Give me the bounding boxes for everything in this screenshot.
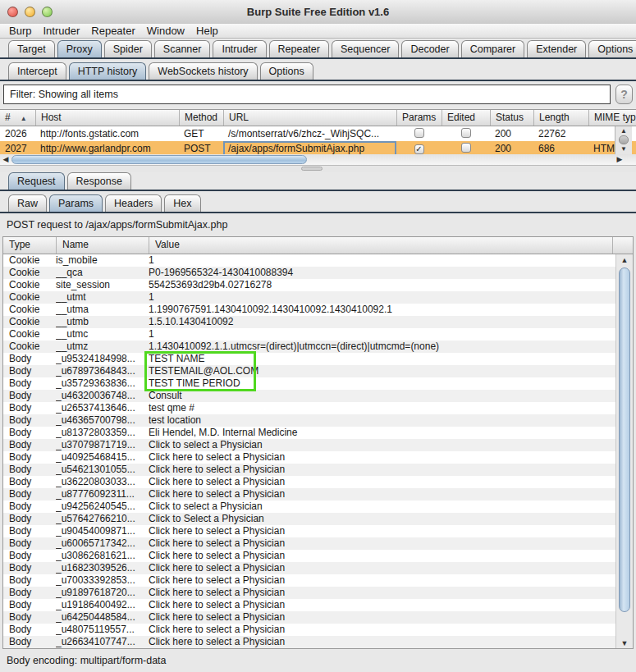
tab-http-history[interactable]: HTTP history bbox=[69, 62, 147, 80]
param-row[interactable]: Body_u91897618720...Click here to select… bbox=[3, 587, 633, 599]
param-row[interactable]: Body_u54621301055...Click here to select… bbox=[3, 464, 633, 476]
param-row[interactable]: Body_u48075119557...Click here to select… bbox=[3, 624, 633, 636]
minimize-button[interactable] bbox=[25, 7, 35, 17]
tab-websockets-history[interactable]: WebSockets history bbox=[149, 62, 257, 80]
filter-bar[interactable]: Filter: Showing all items bbox=[3, 85, 611, 104]
param-row[interactable]: Cookie__utmb1.5.10.1430410092 bbox=[3, 316, 633, 328]
tab-params[interactable]: Params bbox=[49, 194, 103, 212]
tab-extender[interactable]: Extender bbox=[527, 40, 586, 57]
scroll-up-icon[interactable]: ▲ bbox=[616, 256, 633, 264]
tab-spider[interactable]: Spider bbox=[104, 40, 152, 57]
param-row[interactable]: Body_u19186400492...Click here to select… bbox=[3, 599, 633, 611]
help-button[interactable]: ? bbox=[615, 85, 633, 104]
cell-value: 1.1990767591.1430410092.1430410092.14304… bbox=[149, 304, 633, 316]
scroll-down-icon[interactable]: ▼ bbox=[620, 144, 627, 153]
edited-checkbox[interactable] bbox=[461, 143, 471, 153]
param-row[interactable]: Body_u37079871719...Click to select a Ph… bbox=[3, 439, 633, 451]
scroll-right-icon[interactable]: ▶ bbox=[614, 154, 625, 165]
param-row[interactable]: Body_u40925468415...Click here to select… bbox=[3, 451, 633, 464]
cell-value: Click here to select a Physician bbox=[149, 574, 633, 587]
tab-options[interactable]: Options bbox=[588, 40, 636, 57]
column-header-params[interactable]: Params bbox=[396, 110, 442, 126]
tab-response[interactable]: Response bbox=[67, 172, 131, 190]
param-row[interactable]: Body_u67897364843...TESTEMAIL@AOL.COM bbox=[3, 365, 633, 377]
param-row[interactable]: Body_u30862681621...Click here to select… bbox=[3, 550, 633, 562]
history-row-2026[interactable]: 2026http://fonts.gstatic.comGET/s/montse… bbox=[0, 126, 636, 141]
param-row[interactable]: Body_u94256240545...Click to select a Ph… bbox=[3, 501, 633, 513]
param-row[interactable]: Body_u87776092311...Click here to select… bbox=[3, 488, 633, 501]
params-scroll-thumb[interactable] bbox=[619, 267, 630, 612]
history-horizontal-scrollbar[interactable]: ◀ ▶ bbox=[0, 154, 636, 166]
tab-scanner[interactable]: Scanner bbox=[154, 40, 211, 57]
tab-hex[interactable]: Hex bbox=[164, 194, 200, 212]
cell-params-checkbox bbox=[396, 126, 442, 141]
column-header-length[interactable]: Length bbox=[533, 110, 588, 126]
tab-proxy[interactable]: Proxy bbox=[57, 40, 102, 57]
param-row[interactable]: Body_u35729363836...TEST TIME PERIOD bbox=[3, 377, 633, 390]
history-vertical-scrollbar[interactable]: ▲ ▼ bbox=[615, 126, 632, 155]
splitter-grip-icon[interactable] bbox=[301, 167, 323, 171]
column-header-method[interactable]: Method bbox=[179, 110, 223, 126]
cell-name: _u36220803033... bbox=[56, 476, 149, 488]
param-row[interactable]: Body_u81372803359...Eli Hendel, M.D. Int… bbox=[3, 427, 633, 439]
param-row[interactable]: Body_u26537413646...test qme # bbox=[3, 402, 633, 414]
column-header-host[interactable]: Host bbox=[35, 110, 179, 126]
close-button[interactable] bbox=[7, 7, 18, 17]
param-row[interactable]: Body_u46320036748...Consult bbox=[3, 390, 633, 402]
zoom-button[interactable] bbox=[42, 7, 53, 17]
param-row[interactable]: Body_u64250448584...Click here to select… bbox=[3, 611, 633, 624]
param-row[interactable]: Body_u16823039526...Click here to select… bbox=[3, 562, 633, 574]
tab-intruder[interactable]: Intruder bbox=[213, 40, 266, 57]
scroll-down-icon[interactable]: ▼ bbox=[616, 639, 633, 647]
tab-raw[interactable]: Raw bbox=[8, 194, 47, 212]
column-header-name[interactable]: Name bbox=[56, 237, 149, 254]
history-scroll-thumb[interactable] bbox=[619, 135, 629, 144]
params-vertical-scrollbar[interactable]: ▲ ▼ bbox=[615, 254, 633, 648]
pane-splitter[interactable] bbox=[0, 166, 636, 172]
menu-burp[interactable]: Burp bbox=[3, 25, 37, 37]
param-row[interactable]: Cookie__utma1.1990767591.1430410092.1430… bbox=[3, 304, 633, 316]
param-row[interactable]: Cookie__utmz1.1430410092.1.1.utmcsr=(dir… bbox=[3, 341, 633, 353]
param-row[interactable]: Cookie__qcaP0-1969565324-1430410088394 bbox=[3, 267, 633, 279]
tab-request[interactable]: Request bbox=[8, 172, 65, 190]
scroll-left-icon[interactable]: ◀ bbox=[0, 154, 11, 165]
param-row[interactable]: Body_u46365700798...test location bbox=[3, 414, 633, 427]
menu-repeater[interactable]: Repeater bbox=[85, 25, 140, 37]
column-header-[interactable]: #▲ bbox=[0, 110, 35, 126]
menu-window[interactable]: Window bbox=[141, 25, 190, 37]
tab-options[interactable]: Options bbox=[260, 62, 313, 80]
params-checkbox[interactable]: ✓ bbox=[414, 144, 424, 154]
tab-decoder[interactable]: Decoder bbox=[401, 40, 458, 57]
param-row[interactable]: Cookieis_mobile1 bbox=[3, 254, 633, 267]
horizontal-scroll-thumb[interactable] bbox=[11, 155, 307, 164]
param-row[interactable]: Cookie__utmt1 bbox=[3, 291, 633, 304]
menu-help[interactable]: Help bbox=[190, 25, 224, 37]
menu-intruder[interactable]: Intruder bbox=[37, 25, 85, 37]
cell-type: Body bbox=[3, 587, 56, 599]
tab-repeater[interactable]: Repeater bbox=[269, 40, 329, 57]
tab-sequencer[interactable]: Sequencer bbox=[332, 40, 399, 57]
column-header-status[interactable]: Status bbox=[490, 110, 533, 126]
edited-checkbox[interactable] bbox=[461, 128, 471, 138]
param-row[interactable]: Body_u26634107747...Click here to select… bbox=[3, 636, 633, 648]
tab-target[interactable]: Target bbox=[8, 40, 55, 57]
cell-edited-checkbox bbox=[442, 126, 490, 141]
params-checkbox[interactable] bbox=[414, 128, 424, 138]
param-row[interactable]: Body_u60065717342...Click here to select… bbox=[3, 537, 633, 550]
param-row[interactable]: Body_u95324184998...TEST NAME bbox=[3, 353, 633, 365]
column-header-url[interactable]: URL bbox=[223, 110, 396, 126]
tab-intercept[interactable]: Intercept bbox=[8, 62, 66, 80]
param-row[interactable]: Body_u90454009871...Click here to select… bbox=[3, 525, 633, 537]
scroll-up-icon[interactable]: ▲ bbox=[620, 126, 627, 135]
column-header-value[interactable]: Value bbox=[149, 237, 612, 254]
param-row[interactable]: Body_u70033392853...Click here to select… bbox=[3, 574, 633, 587]
param-row[interactable]: Body_u57642766210...Click to Select a Ph… bbox=[3, 513, 633, 525]
param-row[interactable]: Cookie__utmc1 bbox=[3, 328, 633, 341]
tab-comparer[interactable]: Comparer bbox=[461, 40, 525, 57]
column-header-mime-typ[interactable]: MIME typ bbox=[588, 110, 636, 126]
param-row[interactable]: Body_u36220803033...Click here to select… bbox=[3, 476, 633, 488]
column-header-edited[interactable]: Edited bbox=[442, 110, 490, 126]
column-header-type[interactable]: Type bbox=[3, 237, 56, 254]
tab-headers[interactable]: Headers bbox=[105, 194, 162, 212]
param-row[interactable]: Cookiesite_session554253693d29b4.0271627… bbox=[3, 279, 633, 291]
